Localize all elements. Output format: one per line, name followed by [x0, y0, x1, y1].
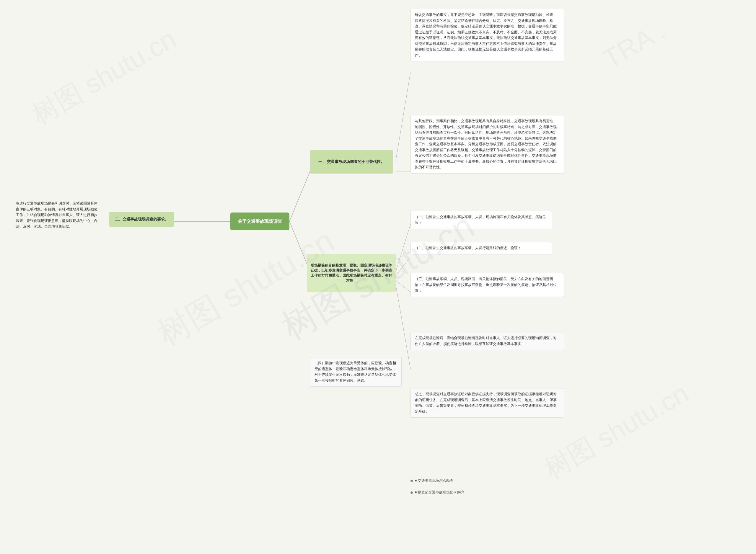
link-item-1[interactable]: ■ 交通事故现场怎么勘查: [410, 478, 453, 483]
mind-map-canvas: 树图 shutu.cn 树图 shutu.cn 树图 shutu.cn 树图 s…: [0, 0, 756, 554]
text-block-right-sub4: （四）勘验中发现痕迹为承受体的，应勘验、确定相应的遭型体，勘验和确定造型体和承受…: [310, 357, 402, 387]
text-block-right-sub3: （三）勘验事故车辆、人员、现场路面、有关物体接触部位、受力方向及有关的地面遗留物…: [410, 273, 564, 297]
text-block-right-sub2: （二）勘验发生交通事故的事故车辆、人员行进路线的痕迹、物证；: [410, 242, 552, 255]
branch-node-2-label: 二、交通事故现场调查的要求。: [115, 217, 169, 222]
text-block-right-sub1: （一）勘验发生交通事故的事故车辆、人员、现场路面和有关物体及其状态、痕迹位置；: [410, 211, 552, 229]
text-summary-content: 总之，现场调查对交通事故证明对象提供证据支持，现场调查所获取的证据承担着对证明对…: [415, 392, 557, 413]
svg-line-5: [396, 224, 410, 272]
text-right-sub4-content: （四）勘验中发现痕迹为承受体的，应勘验、确定相应的遭型体，勘验和确定造型体和承受…: [314, 361, 396, 382]
text-block-top-right: 确认交通事故的事实，并不能凭空想象、主观臆断，而应该根据交通事故现场勘验、检查、…: [410, 9, 564, 61]
link-label-2[interactable]: ■ 勘查前交通事故现场如何保护: [415, 490, 464, 495]
text-block-after-survey: 在完成现场勘验后，应结合现场勘验情况及时对当事人、证人进行必要的现场询问调查，对…: [410, 332, 564, 350]
link-bullet-2: [410, 491, 413, 494]
branch-node-1-label: 一、 交通事故现场调查的不可替代性。: [318, 159, 385, 164]
svg-line-0: [289, 171, 310, 221]
watermark-topright: TRA .: [598, 15, 670, 75]
link-bullet-1: [410, 480, 413, 482]
text-right-sub1-content: （一）勘验发生交通事故的事故车辆、人员、现场路面和有关物体及其状态、痕迹位置；: [415, 215, 546, 225]
branch-node-1: 一、 交通事故现场调查的不可替代性。: [310, 150, 393, 174]
svg-line-8: [396, 285, 410, 369]
text-right-sub2-content: （二）勘验发生交通事故的事故车辆、人员行进路线的痕迹、物证；: [415, 246, 521, 250]
svg-line-6: [396, 257, 410, 276]
svg-line-7: [396, 280, 410, 292]
text-right1-content: 与其他行政、刑事案件相比，交通事故现场具有其自身特殊性，交通事故现场具有易变性、…: [415, 119, 557, 169]
branch-node-2: 二、交通事故现场调查的要求。: [109, 212, 174, 227]
text-left-content: 在进行交通事故现场勘验和调查时，应紧紧围绕具体案件的证明对象、有目的、有针对性地…: [16, 202, 97, 228]
svg-line-3: [396, 72, 410, 161]
central-node: 关于交通事故现场调查: [230, 213, 289, 230]
branch-node-3: 现场勘验的目的是发现、提取、固定现场痕迹物证等证据，以初步查明交通事故事实，并确…: [307, 254, 396, 292]
link-item-2[interactable]: ■ 勘查前交通事故现场如何保护: [410, 490, 464, 495]
central-node-label: 关于交通事故现场调查: [238, 219, 282, 224]
text-after-survey-content: 在完成现场勘验后，应结合现场勘验情况及时对当事人、证人进行必要的现场询问调查，对…: [415, 336, 557, 346]
text-right-sub3-content: （三）勘验事故车辆、人员、现场路面、有关物体接触部位、受力方向及有关的地面遗留物…: [415, 277, 557, 292]
text-block-summary: 总之，现场调查对交通事故证明对象提供证据支持，现场调查所获取的证据承担着对证明对…: [410, 388, 564, 418]
text-block-left: 在进行交通事故现场勘验和调查时，应紧紧围绕具体案件的证明对象、有目的、有针对性地…: [12, 198, 103, 233]
branch-node-3-label: 现场勘验的目的是发现、提取、固定现场痕迹物证等证据，以初步查明交通事故事实，并确…: [311, 263, 392, 283]
text-top-right-content: 确认交通事故的事实，并不能凭空想象、主观臆断，而应该根据交通事故现场勘验、检查、…: [415, 13, 557, 57]
text-block-right1: 与其他行政、刑事案件相比，交通事故现场具有其自身特殊性，交通事故现场具有易变性、…: [410, 115, 564, 174]
watermark-topleft: 树图 shutu.cn: [26, 21, 183, 133]
link-label-1[interactable]: ■ 交通事故现场怎么勘查: [415, 478, 453, 483]
